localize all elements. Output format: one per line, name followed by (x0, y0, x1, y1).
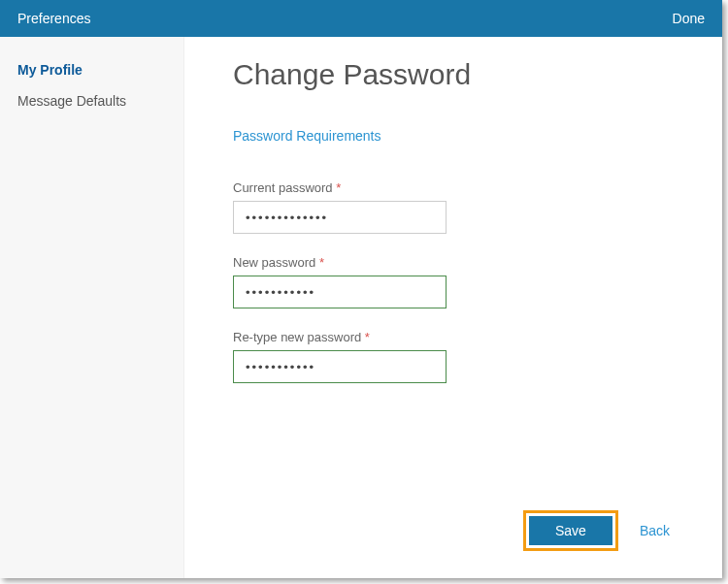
required-star: * (365, 330, 370, 344)
label-text: Current password (233, 180, 333, 195)
footer-actions: Save Back (233, 491, 674, 578)
done-button[interactable]: Done (673, 11, 705, 26)
page-title: Change Password (233, 58, 674, 91)
current-password-label: Current password * (233, 180, 674, 195)
sidebar-item-label: My Profile (17, 62, 83, 78)
retype-password-group: Re-type new password * (233, 330, 674, 383)
required-star: * (336, 180, 341, 195)
retype-password-label: Re-type new password * (233, 330, 674, 344)
body: My Profile Message Defaults Change Passw… (0, 37, 722, 578)
new-password-input[interactable] (233, 276, 447, 308)
sidebar-item-my-profile[interactable]: My Profile (0, 54, 183, 85)
required-star: * (319, 255, 324, 270)
sidebar-item-label: Message Defaults (17, 93, 126, 109)
label-text: Re-type new password (233, 330, 361, 344)
main-panel: Change Password Password Requirements Cu… (184, 37, 722, 578)
new-password-group: New password * (233, 255, 674, 308)
header-bar: Preferences Done (0, 0, 722, 37)
current-password-group: Current password * (233, 180, 674, 234)
sidebar-item-message-defaults[interactable]: Message Defaults (0, 85, 183, 116)
header-title: Preferences (17, 11, 90, 26)
retype-password-input[interactable] (233, 350, 447, 383)
save-button-highlight: Save (523, 510, 618, 551)
current-password-input[interactable] (233, 201, 447, 234)
save-button[interactable]: Save (529, 516, 612, 545)
preferences-window: Preferences Done My Profile Message Defa… (0, 0, 722, 578)
back-button[interactable]: Back (636, 517, 674, 544)
sidebar: My Profile Message Defaults (0, 37, 184, 578)
label-text: New password (233, 255, 315, 270)
password-requirements-link[interactable]: Password Requirements (233, 128, 674, 144)
new-password-label: New password * (233, 255, 674, 270)
